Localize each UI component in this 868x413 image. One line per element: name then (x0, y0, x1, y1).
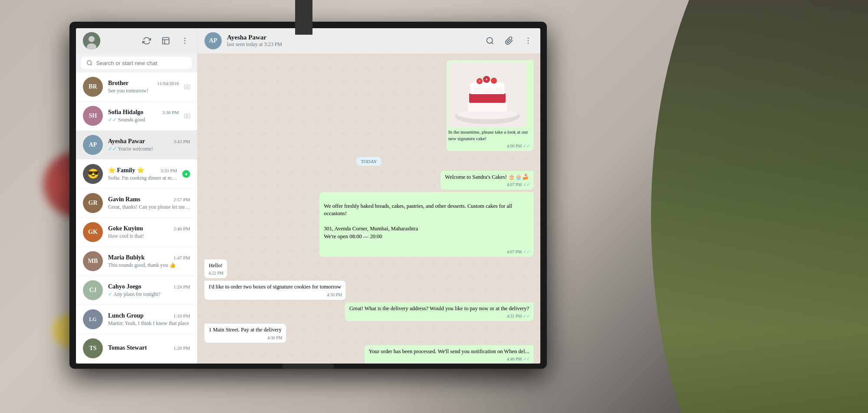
svg-point-6 (184, 43, 186, 44)
avatar-lunch: LG (83, 309, 103, 329)
message-delivery-question: Great! What is the delivery address? Wou… (345, 302, 533, 321)
msg-time-5: 4:30 PM (327, 292, 342, 298)
chat-time-ayesha: 3:43 PM (174, 139, 190, 144)
chat-menu-icon[interactable] (523, 36, 533, 46)
monitor-base (282, 364, 334, 369)
chat-item-sofia[interactable]: SH Sofia Hidalgo 3:36 PM ✓✓ Sounds good (76, 102, 197, 131)
message-order-confirmed: Your order has been processed. We'll sen… (365, 345, 533, 364)
avatar-maria: MB (83, 251, 103, 271)
chat-preview-goke: How cool is that! (108, 233, 190, 239)
camera-icon-sofia (184, 113, 190, 119)
msg-time-6: 4:31 PM (507, 313, 530, 319)
chat-name-cahyo: Cahyo Joego (108, 283, 141, 290)
msg-time-8: 4:40 PM (507, 356, 530, 362)
chat-info-maria: Maria Bublyk 1:47 PM This sounds good, t… (108, 254, 190, 269)
monitor-frame: BR Brother 11/04/2018 See you tomorrow! (69, 22, 547, 369)
chat-item-cahyo[interactable]: CJ Cahyo Joego 1:24 PM ✓ Any plans for t… (76, 276, 197, 305)
search-bar (76, 53, 197, 72)
chat-preview-brother: See you tomorrow! (108, 88, 179, 94)
avatar-cahyo: CJ (83, 280, 103, 300)
chat-info-tomas: Tomas Stewart 1:20 PM (108, 344, 190, 352)
avatar-family: 😎 (83, 164, 103, 184)
svg-point-11 (528, 38, 529, 39)
message-hello: Hello! 4:22 PM (204, 259, 227, 279)
avatar-ayesha: AP (83, 135, 103, 155)
image-caption: In the meantime, please take a look at o… (448, 129, 532, 142)
chat-meta-family: ● (182, 170, 190, 178)
chat-name-maria: Maria Bublyk (108, 254, 145, 261)
cake-image (448, 62, 526, 127)
chat-header-avatar[interactable]: AP (204, 32, 222, 49)
svg-point-25 (486, 79, 487, 80)
chat-search-icon[interactable] (485, 36, 495, 46)
chat-attach-icon[interactable] (504, 36, 514, 46)
message-image-cake: In the meantime, please take a look at o… (447, 60, 533, 151)
svg-point-9 (186, 115, 188, 117)
search-input-wrap[interactable] (81, 57, 192, 69)
msg-time-0: 4:06 PM (507, 143, 530, 149)
svg-point-24 (479, 81, 480, 82)
chat-name-gavin: Gavin Rams (108, 196, 140, 203)
chat-item-brother[interactable]: BR Brother 11/04/2018 See you tomorrow! (76, 72, 197, 102)
chat-name-lunch: Lunch Group (108, 312, 144, 319)
message-business-info: We offer freshly baked breads, cakes, pa… (319, 192, 533, 257)
unread-badge-family: ● (182, 170, 190, 178)
chat-meta-brother (184, 84, 190, 90)
chat-time-cahyo: 1:24 PM (174, 284, 190, 289)
chat-item-tomas[interactable]: TS Tomas Stewart 1:20 PM (76, 334, 197, 363)
avatar-tomas: TS (83, 338, 103, 358)
chat-preview-family: Sofia: I'm cooking dinner at my place. W… (108, 175, 177, 181)
svg-rect-3 (163, 38, 169, 44)
svg-point-8 (186, 86, 188, 88)
chat-time-family: 3:33 PM (161, 168, 177, 173)
svg-rect-18 (469, 93, 506, 103)
msg-time-7: 4:36 PM (267, 335, 283, 341)
chat-item-maria[interactable]: MB Maria Bublyk 1:47 PM This sounds good… (76, 247, 197, 276)
refresh-icon[interactable] (141, 36, 152, 46)
chat-time-sofia: 3:36 PM (162, 110, 179, 115)
chat-time-goke: 2:46 PM (174, 226, 190, 231)
chat-contact-name: Ayesha Pawar (227, 34, 480, 41)
avatar-sofia: SH (83, 106, 103, 126)
svg-point-7 (87, 61, 92, 65)
chat-info-ayesha: Ayesha Pawar 3:43 PM ✓✓ You're welcome! (108, 138, 190, 152)
chat-time-lunch: 1:10 PM (174, 313, 190, 318)
sidebar: BR Brother 11/04/2018 See you tomorrow! (76, 28, 197, 364)
chat-item-lunch[interactable]: LG Lunch Group 1:10 PM Martin: Yeah, I t… (76, 305, 197, 334)
chat-time-brother: 11/04/2018 (157, 81, 179, 86)
svg-point-1 (89, 36, 95, 42)
chat-time-tomas: 1:20 PM (174, 345, 190, 351)
search-input[interactable] (96, 60, 187, 66)
bookmarks-icon[interactable] (161, 36, 171, 46)
chat-name-ayesha: Ayesha Pawar (108, 138, 145, 145)
chat-name-brother: Brother (108, 80, 128, 87)
chat-contact-status: last seen today at 3:23 PM (227, 41, 480, 48)
camera-icon (184, 84, 190, 90)
chat-item-ayesha[interactable]: AP Ayesha Pawar 3:43 PM ✓✓ You're welcom… (76, 131, 197, 160)
msg-time-4: 4:22 PM (208, 270, 224, 276)
chat-list: BR Brother 11/04/2018 See you tomorrow! (76, 72, 197, 364)
chat-item-family[interactable]: 😎 ⭐ Family ⭐ 3:33 PM Sofia: I'm cooking … (76, 160, 197, 189)
chat-item-gavin[interactable]: GR Gavin Rams 2:57 PM Great, thanks! Can… (76, 189, 197, 218)
user-avatar[interactable] (83, 32, 100, 49)
message-address: 1 Main Street. Pay at the delivery 4:36 … (204, 324, 286, 343)
chat-item-goke[interactable]: GK Goke Kuyinu 2:46 PM How cool is that! (76, 218, 197, 247)
chat-name-family: ⭐ Family ⭐ (108, 167, 144, 174)
chat-info-cahyo: Cahyo Joego 1:24 PM ✓ Any plans for toni… (108, 283, 190, 298)
chat-header: AP Ayesha Pawar last seen today at 3:23 … (197, 28, 540, 53)
svg-point-13 (528, 43, 529, 44)
chat-header-icons (485, 36, 533, 46)
sidebar-header (76, 28, 197, 53)
svg-rect-17 (468, 102, 507, 111)
date-divider-today: TODAY (204, 157, 533, 165)
chat-panel: AP Ayesha Pawar last seen today at 3:23 … (197, 28, 540, 364)
menu-icon[interactable] (180, 36, 190, 46)
chat-meta-sofia (184, 113, 190, 119)
person-silhouette (651, 0, 868, 413)
chat-name-sofia: Sofia Hidalgo (108, 109, 143, 116)
chat-info-sofia: Sofia Hidalgo 3:36 PM ✓✓ Sounds good (108, 109, 179, 123)
chat-time-maria: 1:47 PM (174, 255, 190, 260)
svg-point-12 (528, 40, 529, 42)
monitor-screen: BR Brother 11/04/2018 See you tomorrow! (76, 28, 540, 364)
chat-preview-maria: This sounds good, thank you 👍 (108, 262, 190, 269)
